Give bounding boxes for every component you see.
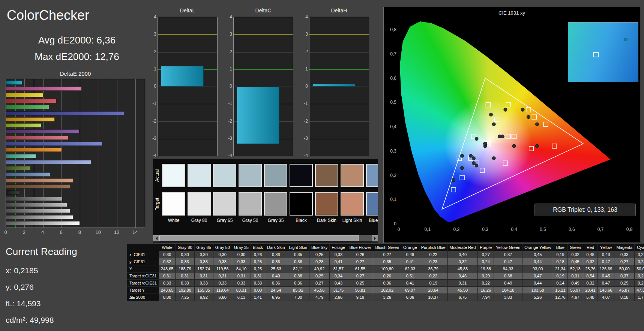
swatch-actual-dark-skin <box>315 164 338 187</box>
table-cell: 50,00 <box>635 265 644 273</box>
table-cell: 0,22 <box>419 251 447 258</box>
y-tick-label: 1 <box>149 66 156 72</box>
table-cell: 126,69 <box>597 265 614 273</box>
table-cell: 1,41 <box>251 294 265 301</box>
table-cell: 0,31 <box>567 273 583 280</box>
swatch-label-white: White <box>161 218 186 223</box>
table-cell: 0,32 <box>159 258 176 265</box>
reference-line <box>158 121 217 122</box>
table-cell: 0,25 <box>309 251 329 258</box>
table-cell: 0,27 <box>478 251 494 258</box>
table-cell: 0,35 <box>287 251 309 258</box>
actual-row-label: Actual <box>155 164 160 187</box>
table-cell: 0,33 <box>194 258 213 265</box>
scrollbar-thumb[interactable] <box>159 235 359 241</box>
table-cell: 7,30 <box>287 294 309 301</box>
reference-line <box>234 69 293 70</box>
column-header: Gray 35 <box>232 244 251 251</box>
table-cell: 0,41 <box>401 258 419 265</box>
deltac-bar <box>237 87 279 144</box>
table-cell: 15,21 <box>553 287 568 294</box>
deltae-bar-dark-skin <box>6 184 70 189</box>
column-header: White <box>159 244 176 251</box>
deltae2000-chart-title: DeltaE 2000 <box>6 70 145 77</box>
table-cell: 0,32 <box>583 280 598 287</box>
column-header: Gray 65 <box>194 244 213 251</box>
table-cell: 0,33 <box>232 280 251 287</box>
table-cell: 0,31 <box>213 273 232 280</box>
inset-target-marker <box>593 52 599 57</box>
table-cell: 0,46 <box>447 273 478 280</box>
table-cell: 61,55 <box>347 265 373 273</box>
table-cell: 0,33 <box>176 258 194 265</box>
measured-marker <box>504 108 507 111</box>
deltae-bar-bluish-green <box>6 154 36 158</box>
swatch-target-dark-skin <box>315 192 338 216</box>
y-tick-label: 0 <box>149 84 156 89</box>
table-cell: 69,07 <box>401 287 419 294</box>
reference-line <box>309 121 369 122</box>
reference-line <box>158 34 217 35</box>
measured-marker <box>498 135 501 138</box>
column-header: Blue <box>553 244 568 251</box>
column-header: Cyan <box>635 244 644 251</box>
deltae-bar-orange <box>6 148 62 152</box>
x-tick-label: 14 <box>130 229 140 235</box>
table-cell: 155,35 <box>194 287 213 294</box>
swatch-label-black: Black <box>288 218 314 223</box>
table-cell: 25,76 <box>583 265 598 273</box>
table-cell: 0,19 <box>553 251 568 258</box>
max-de2000-readout: Max dE2000: 12,76 <box>8 51 146 63</box>
reference-line <box>309 34 369 35</box>
table-cell: 28,64 <box>419 287 447 294</box>
swatch-scrollbar[interactable] <box>153 235 378 241</box>
table-cell: 0,26 <box>251 251 265 258</box>
scrollbar-track[interactable] <box>159 235 372 241</box>
table-cell: 0,48 <box>583 251 598 258</box>
table-cell: 93,00 <box>522 265 553 273</box>
measured-marker <box>472 162 475 165</box>
table-cell: 0,45 <box>522 251 553 258</box>
column-header: Light Skin <box>287 244 309 251</box>
table-cell: 45,87 <box>614 287 635 294</box>
arrow-right-icon <box>374 237 378 240</box>
y-tick-label: 4 <box>301 14 308 19</box>
x-tick-label: 0 <box>1 229 11 235</box>
column-header: Dark Skin <box>265 244 287 251</box>
deltae-bar-gray-35 <box>6 197 63 201</box>
table-cell: 0,25 <box>309 273 329 280</box>
table-cell: 0,40 <box>447 251 478 258</box>
deltae2000-x-axis: 02468101214 <box>6 229 145 236</box>
y-tick-label: -3 <box>149 136 156 141</box>
deltal-chart: DeltaL 43210-1-2-3-4 <box>149 7 219 165</box>
scroll-right-button[interactable] <box>372 235 378 241</box>
column-header: Orange <box>401 244 419 251</box>
deltac-chart-title: DeltaC <box>233 7 293 13</box>
table-cell: 0,36 <box>265 280 287 287</box>
y-tick-label: 2 <box>149 49 156 54</box>
gridline <box>117 79 117 228</box>
table-cell: 0,40 <box>265 273 287 280</box>
y-tick-label: 4 <box>149 14 156 19</box>
swatch-actual-blue-sky <box>366 164 378 187</box>
table-cell: 0,27 <box>347 258 373 265</box>
y-tick-label: -2 <box>149 118 156 124</box>
table-cell: 0,19 <box>419 280 447 287</box>
table-cell: 6,92 <box>194 294 213 301</box>
target-marker <box>506 103 510 107</box>
swatch-actual-gray-50 <box>239 164 262 187</box>
reference-line <box>158 104 217 104</box>
table-cell: 0,31 <box>232 273 251 280</box>
table-cell: 10,37 <box>419 294 447 301</box>
y-tick-label: 0 <box>301 84 308 89</box>
table-cell: 0,27 <box>614 258 635 265</box>
y-tick-label: 0 <box>225 84 232 89</box>
scroll-left-button[interactable] <box>153 235 159 241</box>
current-reading-cdm2: cd/m²: 49,998 <box>6 316 54 325</box>
measured-marker <box>483 142 487 145</box>
y-tick-label: 4 <box>225 14 232 19</box>
table-cell: 103,58 <box>522 287 553 294</box>
y-tick-label: 3 <box>149 31 156 37</box>
swatch-actual-white <box>162 164 185 187</box>
y-tick-label: -1 <box>301 101 308 106</box>
